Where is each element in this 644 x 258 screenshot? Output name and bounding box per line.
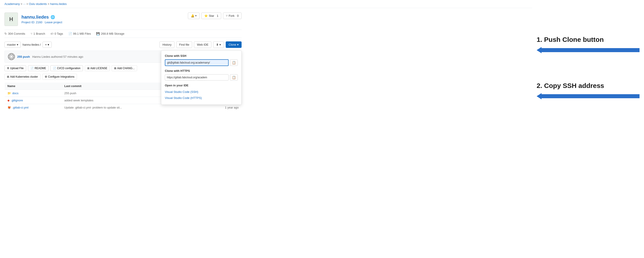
clone-https-title: Clone with HTTPS (165, 69, 238, 72)
readme-icon: 📄 (30, 67, 34, 70)
toolbar-right: History Find file Web IDE ⬇ ▾ Clone ▾ (160, 42, 242, 48)
annotation-step2: 2. Copy SSH address (537, 82, 640, 90)
clone-ssh-title: Clone with SSH (165, 54, 238, 58)
leave-project-link[interactable]: Leave project (45, 20, 62, 24)
vscode-https-option[interactable]: Visual Studio Code (HTTPS) (165, 95, 238, 101)
clone-dropdown: Clone with SSH 📋 Clone with HTTPS 📋 (161, 50, 242, 105)
storage-stat: 💾 268.8 MB Storage (96, 32, 124, 35)
clone-button[interactable]: Clone ▾ (226, 42, 242, 48)
breadcrumb: Academany > ··· > Oulu students > hannu.… (0, 0, 532, 8)
clone-ide-title: Open in your IDE (165, 84, 238, 87)
breadcrumb-oulu[interactable]: Oulu students (29, 2, 47, 6)
stats-bar: ↻ 304 Commits ⑂ 1 Branch 🏷 0 Tags 📄 99.1… (4, 30, 242, 38)
star-button[interactable]: ⭐ Star 1 (201, 12, 221, 19)
find-file-button[interactable]: Find file (176, 42, 192, 48)
file-name-gitignore[interactable]: ◆ .gitignore (8, 99, 59, 102)
chevron-down-icon: ▾ (237, 43, 239, 46)
download-button[interactable]: ⬇ ▾ (213, 42, 224, 48)
notifications-button[interactable]: 🔔 ▾ (188, 12, 200, 19)
chevron-down-icon: ▾ (48, 43, 49, 46)
commit-author: Hannu Liedes (32, 55, 50, 58)
annotation-step1: 1. Push Clone button (537, 36, 640, 44)
copy-ssh-button[interactable]: 📋 (230, 60, 238, 66)
ssh-url-input[interactable] (165, 59, 228, 66)
fork-button[interactable]: ⑂ Fork 0 (223, 12, 242, 19)
avatar: H (4, 12, 18, 26)
file-name-gitlab-ci[interactable]: 🦊 .gitlab-ci.yml (8, 106, 59, 109)
files-stat: 📄 99.1 MB Files (68, 32, 91, 35)
gitignore-icon: ◆ (8, 99, 10, 102)
history-button[interactable]: History (160, 42, 174, 48)
file-name-docs[interactable]: 📁 docs (8, 92, 59, 95)
kubernetes-icon: ⊞ (7, 75, 9, 78)
copy-https-button[interactable]: 📋 (230, 74, 238, 80)
commit-message[interactable]: 255 push (17, 55, 30, 58)
changelog-icon: ⊞ (114, 67, 116, 70)
https-url-input[interactable] (165, 74, 228, 80)
chevron-down-icon: ▾ (220, 43, 221, 46)
path-display: hannu-liedes / (22, 43, 41, 46)
download-icon: ⬇ (216, 43, 218, 46)
copy-icon: 📋 (232, 76, 236, 79)
breadcrumb-dots[interactable]: ··· (23, 2, 26, 6)
kubernetes-button[interactable]: ⊞ Add Kubernetes cluster (4, 74, 40, 80)
arrow-clone (537, 47, 640, 53)
vscode-ssh-option[interactable]: Visual Studio Code (SSH) (165, 89, 238, 95)
add-button[interactable]: + ▾ (42, 42, 52, 48)
breadcrumb-academany[interactable]: Academany (4, 2, 20, 6)
project-meta: Project ID: 2160 Leave project (22, 20, 62, 24)
globe-icon: 🌐 (50, 15, 55, 19)
commit-details: 255 push Hannu Liedes authored 57 minute… (17, 55, 83, 58)
readme-button[interactable]: 📄 README (28, 65, 48, 71)
cicd-button[interactable]: 📄 CI/CD configuration (50, 65, 83, 71)
commit-time: authored 57 minutes ago (51, 55, 83, 58)
project-actions: 🔔 ▾ ⭐ Star 1 ⑂ Fork 0 (188, 12, 242, 19)
license-icon: ⊞ (87, 67, 90, 70)
col-name: Name (5, 82, 62, 90)
time-gitlab-ci: 1 year ago (197, 104, 242, 111)
project-title: hannu.liedes 🌐 (22, 14, 62, 20)
upload-icon: ⬆ (7, 67, 9, 70)
toolbar: master ▾ hannu-liedes / + ▾ History Find… (4, 42, 242, 48)
table-row: 🦊 .gitlab-ci.yml Update .gitlab-ci.yml- … (5, 104, 242, 111)
folder-icon: 📁 (8, 92, 11, 95)
chevron-down-icon: ▾ (17, 43, 18, 46)
branch-selector[interactable]: master ▾ (4, 42, 21, 48)
changelog-button[interactable]: ⊞ Add CHANG... (112, 65, 137, 71)
breadcrumb-project: hannu.liedes (50, 2, 67, 6)
arrow-ssh (537, 93, 640, 99)
commit-avatar (8, 53, 15, 60)
web-ide-button[interactable]: Web IDE (194, 42, 212, 48)
cicd-icon: 📄 (53, 67, 56, 70)
annotation-panel: 1. Push Clone button 2. Copy SSH address (532, 0, 644, 111)
tags-stat[interactable]: 🏷 0 Tags (50, 32, 63, 35)
integrations-button[interactable]: ⚙ Configure Integrations (42, 74, 77, 80)
branch-stat[interactable]: ⑂ 1 Branch (31, 32, 45, 35)
gear-icon: ⚙ (45, 75, 47, 78)
commits-stat[interactable]: ↻ 304 Commits (4, 32, 25, 35)
project-header: H hannu.liedes 🌐 Project ID: 2160 Leave … (4, 12, 242, 26)
commit-msg-gitlab-ci: Update .gitlab-ci.yml- problem to update… (62, 104, 197, 111)
gitlab-icon: 🦊 (8, 106, 11, 109)
copy-icon: 📋 (232, 61, 236, 64)
license-button[interactable]: ⊞ Add LICENSE (85, 65, 110, 71)
upload-file-button[interactable]: ⬆ Upload File (4, 65, 26, 71)
